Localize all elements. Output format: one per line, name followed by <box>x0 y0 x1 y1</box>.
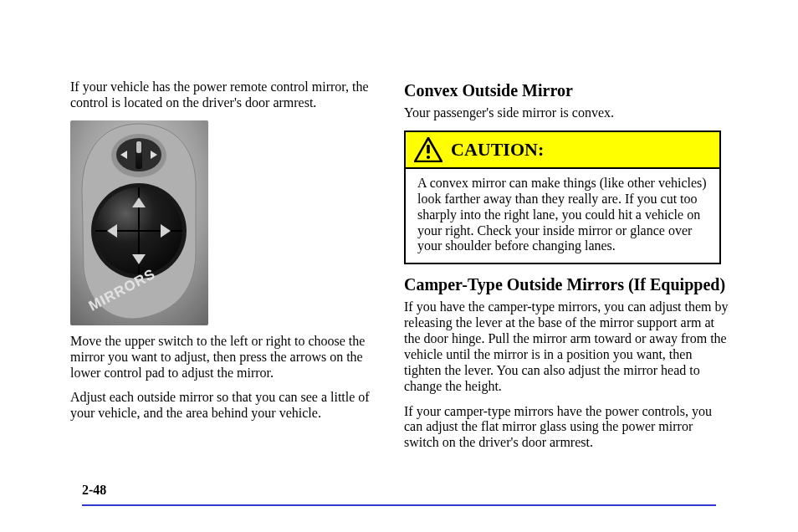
svg-rect-16 <box>70 120 208 325</box>
left-intro: If your vehicle has the power remote con… <box>70 79 384 111</box>
svg-rect-18 <box>427 145 430 154</box>
page-number: 2-48 <box>82 483 106 498</box>
footer-rule <box>82 504 716 506</box>
right-p3: If your camper-type mirrors have the pow… <box>404 404 729 452</box>
right-p2: If you have the camper-type mirrors, you… <box>404 299 729 394</box>
caution-box: CAUTION: A convex mirror can make things… <box>404 130 721 264</box>
left-step1: Move the upper switch to the left or rig… <box>70 334 384 381</box>
left-step2: Adjust each outside mirror so that you c… <box>70 390 384 422</box>
caution-body: A convex mirror can make things (like ot… <box>406 169 719 263</box>
right-intro: Your passenger's side mirror is convex. <box>404 105 729 121</box>
caution-header: CAUTION: <box>406 132 719 169</box>
mirror-control-photo: MIRRORS <box>70 120 208 325</box>
warning-icon <box>414 137 442 162</box>
caution-label: CAUTION: <box>451 139 544 161</box>
heading-convex-mirror: Convex Outside Mirror <box>404 81 729 100</box>
svg-point-19 <box>427 156 430 159</box>
heading-camper-mirrors: Camper-Type Outside Mirrors (If Equipped… <box>404 275 729 294</box>
